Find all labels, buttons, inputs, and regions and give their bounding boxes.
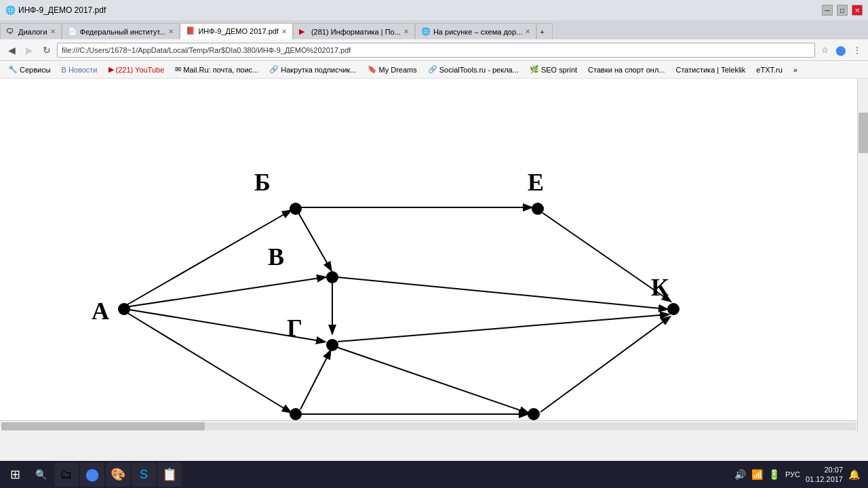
bookmark-youtube[interactable]: ▶ (221) YouTube bbox=[104, 64, 169, 75]
nav-bar: ◀ ▶ ↻ file:///C:/Users/1678~1/AppData/Lo… bbox=[0, 39, 868, 61]
tab-label-schema: На рисунке – схема дор... bbox=[433, 28, 522, 36]
bookmark-dreams[interactable]: 🔖 My Dreams bbox=[363, 64, 421, 75]
svg-point-17 bbox=[326, 339, 338, 351]
battery-icon[interactable]: 🔋 bbox=[768, 469, 780, 480]
bookmark-stavki[interactable]: Ставки на спорт онл... bbox=[584, 64, 669, 75]
taskbar-app5[interactable]: 📋 bbox=[157, 462, 182, 487]
tab-schema[interactable]: 🌐 На рисунке – схема дор... ✕ bbox=[415, 23, 536, 39]
bookmark-label-stavki: Ставки на спорт онл... bbox=[588, 66, 665, 74]
svg-point-15 bbox=[290, 203, 302, 215]
node-label-e: Е bbox=[528, 169, 544, 196]
bookmark-label-servisy: Сервисы bbox=[20, 66, 51, 74]
tab-close-pdf[interactable]: ✕ bbox=[281, 28, 287, 35]
bookmark-label-nakrutka: Накрутка подписчик... bbox=[281, 66, 356, 74]
search-button[interactable]: 🔍 bbox=[28, 462, 53, 487]
novosti-icon: В bbox=[62, 66, 66, 74]
bookmark-label-youtube: (221) YouTube bbox=[116, 66, 165, 74]
bookmark-label-seo: SEO sprint bbox=[541, 66, 577, 74]
refresh-button[interactable]: ↻ bbox=[39, 43, 54, 58]
maximize-button[interactable]: □ bbox=[837, 5, 848, 16]
hscroll-track bbox=[1, 422, 856, 430]
sound-icon[interactable]: 🔊 bbox=[734, 469, 746, 480]
horizontal-scrollbar[interactable] bbox=[0, 420, 857, 431]
svg-line-7 bbox=[338, 314, 668, 342]
close-button[interactable]: ✕ bbox=[852, 5, 863, 16]
svg-line-5 bbox=[298, 213, 331, 270]
tab-close-dialogi[interactable]: ✕ bbox=[50, 28, 56, 35]
tab-close-schema[interactable]: ✕ bbox=[525, 28, 530, 35]
bookmark-star-icon[interactable]: ☆ bbox=[818, 43, 831, 57]
taskbar-explorer[interactable]: 🗂 bbox=[54, 462, 79, 487]
notifications-icon[interactable]: 🔔 bbox=[848, 469, 860, 480]
bookmark-label-dreams: My Dreams bbox=[379, 66, 417, 74]
bookmark-servisy[interactable]: 🔧 Сервисы bbox=[4, 64, 55, 75]
svg-point-20 bbox=[528, 408, 540, 420]
node-label-g: Г bbox=[287, 314, 302, 342]
tab-icon-youtube: ▶ bbox=[299, 27, 309, 37]
scrollbar-thumb[interactable] bbox=[859, 113, 868, 153]
bookmark-more[interactable]: » bbox=[789, 64, 802, 75]
bookmark-seo[interactable]: 🌿 SEO sprint bbox=[526, 64, 581, 75]
node-label-a: А bbox=[92, 298, 109, 325]
dreams-icon: 🔖 bbox=[368, 65, 377, 74]
title-bar: 🌐 ИНФ-9_ДЕМО 2017.pdf ─ □ ✕ bbox=[0, 0, 868, 20]
taskbar-paint[interactable]: 🎨 bbox=[106, 462, 130, 487]
tab-close-federal[interactable]: ✕ bbox=[168, 28, 174, 35]
svg-point-19 bbox=[532, 203, 544, 215]
tab-label-federal: Федеральный институт... bbox=[80, 28, 166, 36]
svg-line-12 bbox=[540, 317, 669, 412]
svg-line-13 bbox=[338, 277, 667, 309]
vertical-scrollbar[interactable] bbox=[857, 79, 868, 431]
bookmark-mail[interactable]: ✉ Mail.Ru: почта, поис... bbox=[171, 64, 262, 75]
window-controls: ─ □ ✕ bbox=[822, 5, 863, 16]
bookmark-nakrutka[interactable]: 🔗 Накрутка подписчик... bbox=[265, 64, 360, 75]
hscroll-thumb[interactable] bbox=[1, 422, 205, 430]
tab-new[interactable]: + bbox=[536, 23, 553, 39]
tab-youtube[interactable]: ▶ (281) Информатика | По... ✕ bbox=[293, 23, 415, 39]
bookmark-novosti[interactable]: В Новости bbox=[58, 64, 102, 75]
network-icon[interactable]: 📶 bbox=[751, 469, 763, 480]
svg-line-1 bbox=[125, 277, 325, 307]
node-label-b: Б bbox=[254, 169, 271, 196]
svg-line-0 bbox=[125, 211, 290, 306]
bookmark-label-mail: Mail.Ru: почта, поис... bbox=[183, 66, 258, 74]
social-icon: 🔗 bbox=[428, 65, 437, 74]
node-label-v: В bbox=[268, 243, 284, 270]
bookmark-label-novosti: Новости bbox=[68, 66, 98, 74]
menu-icon[interactable]: ⋮ bbox=[850, 43, 864, 57]
app5-icon: 📋 bbox=[162, 467, 177, 482]
taskbar-clock[interactable]: 20:07 01.12.2017 bbox=[806, 465, 843, 485]
taskbar-skype[interactable]: S bbox=[132, 462, 156, 487]
seo-icon: 🌿 bbox=[530, 65, 539, 74]
clock-date: 01.12.2017 bbox=[806, 474, 843, 484]
bookmark-social[interactable]: 🔗 SocialTools.ru - рекла... bbox=[424, 64, 523, 75]
svg-point-14 bbox=[118, 303, 130, 315]
graph-svg: А Б В Г Д Е Ж К bbox=[0, 79, 857, 420]
servisy-icon: 🔧 bbox=[8, 65, 18, 74]
svg-point-16 bbox=[326, 271, 338, 283]
chrome-taskbar-icon: ⬤ bbox=[85, 467, 99, 482]
tab-dialogi[interactable]: 🗨 Диалоги ✕ bbox=[0, 23, 62, 39]
tab-pdf[interactable]: 📕 ИНФ-9_ДЕМО 2017.pdf ✕ bbox=[180, 23, 293, 39]
address-text: file:///C:/Users/1678~1/AppData/Local/Te… bbox=[62, 46, 351, 54]
back-button[interactable]: ◀ bbox=[4, 43, 19, 58]
taskbar-chrome[interactable]: ⬤ bbox=[80, 462, 104, 487]
content-area: А Б В Г Д Е Ж К bbox=[0, 79, 868, 431]
youtube-bm-icon: ▶ bbox=[108, 65, 114, 74]
clock-time: 20:07 bbox=[806, 465, 843, 474]
tab-federal[interactable]: 📄 Федеральный институт... ✕ bbox=[62, 23, 180, 39]
svg-line-3 bbox=[125, 312, 290, 412]
bookmark-label-social: SocialTools.ru - рекла... bbox=[439, 66, 519, 74]
tab-close-youtube[interactable]: ✕ bbox=[403, 28, 409, 35]
bookmark-teleklik[interactable]: Статистика | Teleklik bbox=[671, 64, 749, 75]
minimize-button[interactable]: ─ bbox=[822, 5, 833, 16]
svg-point-21 bbox=[667, 303, 679, 315]
address-bar[interactable]: file:///C:/Users/1678~1/AppData/Local/Te… bbox=[57, 43, 815, 58]
paint-icon: 🎨 bbox=[111, 467, 125, 482]
bookmark-etxt[interactable]: eTXT.ru bbox=[752, 64, 787, 75]
start-button[interactable]: ⊞ bbox=[3, 462, 27, 487]
bookmark-label-etxt: eTXT.ru bbox=[756, 66, 783, 74]
svg-point-18 bbox=[290, 408, 302, 420]
forward-button[interactable]: ▶ bbox=[22, 43, 37, 58]
tab-icon-schema: 🌐 bbox=[421, 27, 431, 37]
